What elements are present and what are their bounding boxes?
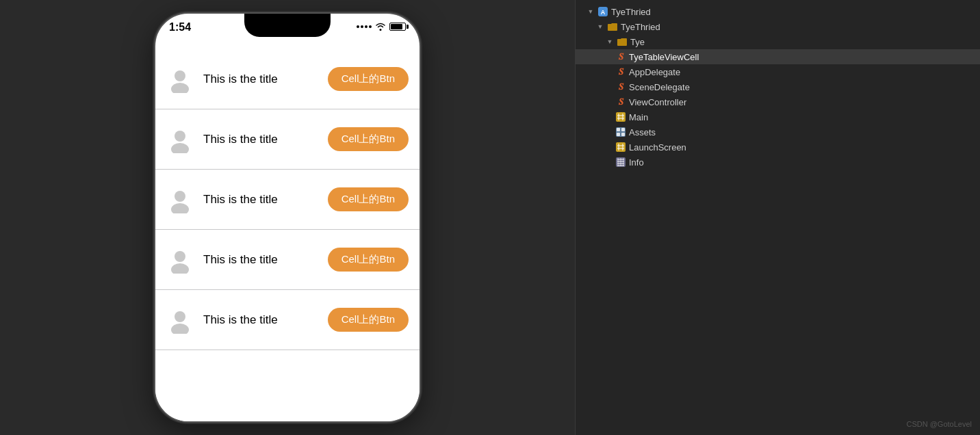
svg-point-9: [171, 324, 189, 334]
cell-title: This is the title: [203, 133, 318, 146]
swift-icon: 𝑺: [615, 81, 626, 92]
nav-item-label: TyeThried: [621, 22, 660, 32]
folder-icon: [607, 21, 618, 32]
dot1: [357, 25, 359, 28]
cell-title: This is the title: [203, 193, 318, 207]
svg-point-6: [175, 251, 185, 262]
storyboard-icon: [615, 111, 626, 122]
cell-button[interactable]: Cell上的Btn: [328, 248, 409, 272]
nav-item-tye-table-view-cell[interactable]: 𝑺 TyeTableViewCell: [576, 49, 980, 64]
folder-icon: [617, 36, 628, 47]
nav-item-scenedelegate[interactable]: 𝑺 SceneDelegate: [576, 79, 980, 94]
cell-button[interactable]: Cell上的Btn: [328, 308, 409, 332]
cell-title: This is the title: [203, 253, 318, 267]
nav-item-root[interactable]: ▼ A TyeThried: [576, 4, 980, 19]
nav-item-label: LaunchScreen: [629, 142, 686, 153]
chevron-down-icon: ▼: [586, 8, 595, 16]
swift-icon: 𝑺: [615, 51, 626, 62]
svg-point-7: [171, 263, 189, 274]
iphone-frame: 1:54: [154, 12, 421, 423]
avatar: [166, 246, 194, 274]
nav-item-main[interactable]: Main: [576, 109, 980, 124]
cell-button[interactable]: Cell上的Btn: [328, 127, 409, 151]
table-row: This is the title Cell上的Btn: [155, 109, 420, 170]
svg-rect-21: [621, 133, 625, 136]
svg-point-0: [175, 70, 185, 81]
plist-icon: [615, 157, 626, 168]
nav-item-launchscreen[interactable]: LaunchScreen: [576, 140, 980, 155]
svg-rect-20: [617, 133, 620, 136]
svg-point-4: [175, 191, 185, 202]
nav-item-label: Tye: [630, 37, 645, 47]
svg-rect-19: [621, 128, 625, 131]
dot4: [369, 25, 372, 28]
status-icons: [357, 23, 406, 31]
swift-icon: 𝑺: [615, 96, 626, 107]
nav-item-label: ViewController: [629, 97, 686, 107]
svg-point-2: [175, 131, 185, 142]
chevron-down-icon: ▼: [606, 38, 614, 46]
table-row: This is the title Cell上的Btn: [155, 49, 420, 109]
table-row: This is the title Cell上的Btn: [155, 170, 420, 230]
app-icon: A: [597, 6, 608, 17]
swift-icon: 𝑺: [615, 66, 626, 77]
dot3: [365, 25, 368, 28]
svg-text:A: A: [601, 9, 606, 16]
simulator-wrapper: 1:54: [0, 0, 575, 435]
nav-item-tye-folder[interactable]: ▼ Tye: [576, 34, 980, 49]
svg-rect-12: [616, 112, 626, 122]
svg-point-8: [175, 311, 185, 322]
svg-point-3: [171, 143, 189, 153]
avatar: [166, 126, 194, 153]
cell-button[interactable]: Cell上的Btn: [328, 67, 409, 91]
nav-item-tyethried-folder[interactable]: ▼ TyeThried: [576, 19, 980, 34]
nav-item-viewcontroller[interactable]: 𝑺 ViewController: [576, 94, 980, 109]
nav-item-label: Main: [629, 112, 648, 122]
battery-icon: [389, 23, 406, 31]
iphone-notch: [244, 14, 331, 37]
xcode-navigator: ▼ A TyeThried ▼ TyeThried ▼: [575, 0, 980, 435]
assets-icon: [615, 127, 626, 137]
avatar: [166, 186, 194, 213]
status-time: 1:54: [169, 22, 191, 33]
table-row: This is the title Cell上的Btn: [155, 230, 420, 290]
nav-item-label: TyeThried: [611, 7, 651, 17]
table-row: This is the title Cell上的Btn: [155, 290, 420, 350]
nav-item-label: Info: [629, 157, 644, 168]
storyboard-icon: [615, 142, 626, 153]
cell-title: This is the title: [203, 313, 318, 327]
dot2: [361, 25, 363, 28]
cell-button[interactable]: Cell上的Btn: [328, 187, 409, 211]
nav-item-label: TyeTableViewCell: [629, 52, 699, 62]
svg-rect-22: [616, 142, 626, 152]
nav-item-label: Assets: [629, 127, 656, 137]
svg-point-5: [171, 203, 189, 213]
wifi-icon: [375, 23, 386, 31]
footer-credit: CSDN @GotoLevel: [906, 417, 972, 430]
signal-dots: [357, 25, 372, 28]
nav-wrapper: ▼ A TyeThried ▼ TyeThried ▼: [576, 0, 980, 435]
svg-point-1: [171, 83, 189, 93]
nav-item-appdelegate[interactable]: 𝑺 AppDelegate: [576, 64, 980, 79]
chevron-down-icon: ▼: [596, 23, 604, 31]
nav-item-label: AppDelegate: [629, 67, 680, 77]
nav-item-info[interactable]: Info: [576, 155, 980, 170]
cell-title: This is the title: [203, 72, 318, 86]
svg-rect-18: [617, 128, 620, 131]
nav-item-assets[interactable]: Assets: [576, 124, 980, 140]
avatar: [166, 306, 194, 334]
avatar: [166, 66, 194, 93]
table-view: This is the title Cell上的Btn This is the …: [155, 49, 420, 421]
nav-item-label: SceneDelegate: [629, 82, 690, 92]
battery-fill: [391, 24, 402, 29]
